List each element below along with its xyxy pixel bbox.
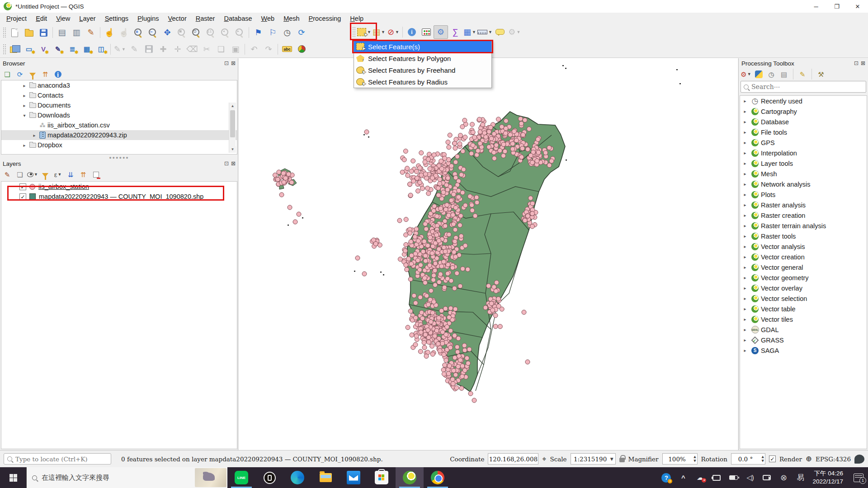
tree-expand-icon[interactable]: ▸: [741, 130, 749, 135]
tree-expand-icon[interactable]: ▸: [21, 93, 28, 98]
new-geopackage-layer[interactable]: ▭✱: [22, 42, 36, 56]
menu-layer[interactable]: Layer: [75, 14, 100, 23]
data-source-manager[interactable]: [7, 42, 22, 56]
tree-expand-icon[interactable]: ▸: [741, 192, 749, 197]
menu-edit[interactable]: Edit: [31, 14, 52, 23]
menu-item-select-features-by-freehand[interactable]: ➤Select Features by Freehand: [354, 64, 491, 76]
browser-close-icon[interactable]: ⊠: [231, 60, 236, 66]
layers-float-icon[interactable]: ⊡: [224, 160, 229, 167]
tray-chevron-up-icon[interactable]: ^: [679, 474, 688, 482]
taskbar-app-notion[interactable]: [255, 467, 283, 488]
browser-item-contacts[interactable]: ▸Contacts: [1, 90, 237, 100]
search-highlight-image[interactable]: [195, 468, 226, 487]
layer-labeling[interactable]: abc: [280, 42, 294, 56]
scripts-python[interactable]: [753, 69, 764, 79]
toolbox-group-cartography[interactable]: ▸Cartography: [740, 106, 867, 117]
tree-expand-icon[interactable]: ▸: [741, 317, 749, 322]
magnifier-spinner[interactable]: 100%▲▼: [662, 453, 698, 465]
taskbar-search[interactable]: 在這裡輸入文字來搜尋: [26, 467, 227, 488]
zoom-out[interactable]: −: [146, 26, 160, 39]
toolbox-group-raster-analysis[interactable]: ▸Raster analysis: [740, 200, 867, 210]
zoom-full-extent[interactable]: ✥: [160, 26, 175, 39]
collapse-all-layers[interactable]: ⇈: [78, 169, 89, 179]
run-feature-action[interactable]: ⚙▼: [507, 25, 522, 39]
measure[interactable]: ▼: [477, 25, 493, 39]
panel-splitter[interactable]: ●●●●●●: [0, 155, 238, 159]
tree-expand-icon[interactable]: ▸: [741, 244, 749, 249]
tree-expand-icon[interactable]: ▸: [741, 296, 749, 301]
browser-item-dropbox[interactable]: ▸Dropbox: [1, 140, 237, 150]
current-edits[interactable]: ✎▼: [113, 42, 127, 56]
tree-expand-icon[interactable]: ▸: [741, 119, 749, 124]
cut-features[interactable]: ✂: [199, 42, 214, 56]
toolbox-group-database[interactable]: ▸Database: [740, 117, 867, 127]
tree-expand-icon[interactable]: ▾: [21, 113, 28, 118]
processing-options[interactable]: ⚒: [816, 69, 826, 79]
taskbar-app-line[interactable]: LINE: [227, 467, 255, 488]
remove-layer[interactable]: [90, 169, 101, 179]
temporal-controller[interactable]: ◷: [280, 26, 294, 39]
toolbox-group-layer-tools[interactable]: ▸Layer tools: [740, 158, 867, 169]
add-feature[interactable]: ✚: [156, 42, 170, 56]
messages-bubble-icon[interactable]: [854, 455, 864, 464]
menu-processing[interactable]: Processing: [304, 14, 346, 23]
toolbox-search-input[interactable]: [751, 83, 863, 90]
redo[interactable]: ↷: [261, 42, 276, 56]
toolbox-close-icon[interactable]: ⊠: [861, 60, 865, 66]
results-viewer[interactable]: ▤: [778, 69, 789, 79]
collapse-all-browser[interactable]: ⇈: [40, 69, 51, 79]
filter-browser[interactable]: [27, 69, 38, 79]
delete-selected[interactable]: ⌫: [185, 42, 199, 56]
close-button[interactable]: ✕: [847, 0, 868, 13]
minimize-button[interactable]: ─: [806, 0, 826, 13]
scroll-down-icon[interactable]: ▼: [229, 146, 236, 153]
zoom-in[interactable]: +: [131, 26, 146, 39]
paste-features[interactable]: ▣: [228, 42, 243, 56]
toolbox-group-vector-geometry[interactable]: ▸Vector geometry: [740, 272, 867, 283]
toolbox-group-vector-selection[interactable]: ▸Vector selection: [740, 293, 867, 304]
taskbar-app-chrome[interactable]: [424, 467, 452, 488]
render-checkbox[interactable]: ✓: [769, 455, 776, 462]
new-print-layout[interactable]: ▤: [55, 26, 69, 39]
new-mesh-layer[interactable]: ≣✱: [65, 42, 80, 56]
statistical-summary[interactable]: ∑: [448, 25, 462, 39]
menu-vector[interactable]: Vector: [164, 14, 191, 23]
tree-expand-icon[interactable]: ▸: [741, 286, 749, 291]
deselect-features[interactable]: ⊘▼: [386, 25, 401, 39]
maximize-button[interactable]: ❐: [826, 0, 847, 13]
ime-indicator[interactable]: 易: [796, 473, 805, 483]
browser-float-icon[interactable]: ⊡: [224, 60, 229, 66]
field-calculator[interactable]: [419, 25, 434, 39]
select-features[interactable]: ➤▼: [357, 25, 372, 39]
toggle-editing[interactable]: ✎: [127, 42, 142, 56]
tree-expand-icon[interactable]: ▸: [741, 254, 749, 259]
extent-icon[interactable]: ⌖: [542, 455, 546, 463]
toolbox-group-gdal[interactable]: ▸GDALGDAL: [740, 324, 867, 335]
menu-help[interactable]: Help: [345, 14, 368, 23]
tree-expand-icon[interactable]: ▸: [741, 223, 749, 228]
camera-icon[interactable]: [762, 475, 771, 480]
tree-expand-icon[interactable]: ▸: [31, 133, 38, 138]
tree-expand-icon[interactable]: ▸: [741, 306, 749, 311]
new-shapefile-layer[interactable]: V✱: [36, 42, 51, 56]
tree-expand-icon[interactable]: ▸: [741, 140, 749, 145]
layer-visibility-checkbox[interactable]: ✓: [19, 183, 26, 190]
tree-expand-icon[interactable]: ▸: [741, 327, 749, 332]
new-spatialite-layer[interactable]: ✎✱: [51, 42, 65, 56]
menu-plugins[interactable]: Plugins: [133, 14, 164, 23]
new-spatial-bookmark[interactable]: ⚑: [251, 26, 265, 39]
onedrive-error-icon[interactable]: ☁✕: [695, 474, 704, 482]
browser-item-documents[interactable]: ▸Documents: [1, 100, 237, 110]
toolbox-group-vector-overlay[interactable]: ▸Vector overlay: [740, 283, 867, 293]
map-tips[interactable]: [493, 25, 507, 39]
tree-expand-icon[interactable]: ▸: [741, 265, 749, 270]
tree-expand-icon[interactable]: ▸: [741, 171, 749, 176]
toolbox-group-raster-creation[interactable]: ▸Raster creation: [740, 210, 867, 221]
start-button[interactable]: [0, 467, 26, 488]
edit-features-in-place[interactable]: ✎: [797, 69, 808, 79]
browser-scrollbar[interactable]: ▲ ▼: [229, 103, 236, 153]
save-project[interactable]: [36, 26, 51, 39]
pan-to-selection[interactable]: ☝: [117, 26, 131, 39]
zoom-to-layer[interactable]: ▢: [189, 26, 203, 39]
zoom-next[interactable]: ▸: [232, 26, 247, 39]
